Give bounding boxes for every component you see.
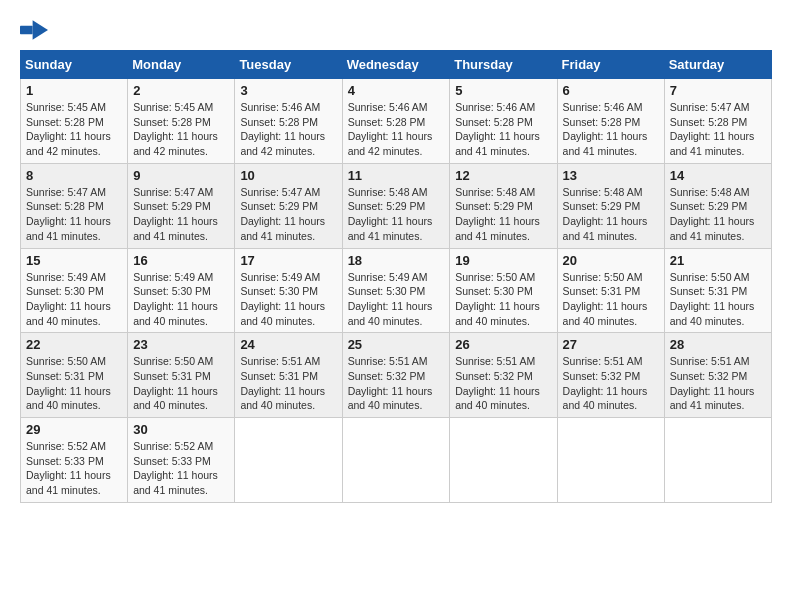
day-info: Sunrise: 5:46 AM Sunset: 5:28 PM Dayligh… [240, 100, 336, 159]
day-info: Sunrise: 5:51 AM Sunset: 5:32 PM Dayligh… [670, 354, 766, 413]
calendar-cell: 10Sunrise: 5:47 AM Sunset: 5:29 PM Dayli… [235, 163, 342, 248]
day-number: 4 [348, 83, 445, 98]
calendar-cell: 23Sunrise: 5:50 AM Sunset: 5:31 PM Dayli… [128, 333, 235, 418]
calendar-cell: 20Sunrise: 5:50 AM Sunset: 5:31 PM Dayli… [557, 248, 664, 333]
day-info: Sunrise: 5:51 AM Sunset: 5:32 PM Dayligh… [455, 354, 551, 413]
day-number: 15 [26, 253, 122, 268]
week-row-2: 8Sunrise: 5:47 AM Sunset: 5:28 PM Daylig… [21, 163, 772, 248]
calendar-cell: 11Sunrise: 5:48 AM Sunset: 5:29 PM Dayli… [342, 163, 450, 248]
day-info: Sunrise: 5:48 AM Sunset: 5:29 PM Dayligh… [455, 185, 551, 244]
calendar-cell: 12Sunrise: 5:48 AM Sunset: 5:29 PM Dayli… [450, 163, 557, 248]
day-number: 13 [563, 168, 659, 183]
day-info: Sunrise: 5:47 AM Sunset: 5:28 PM Dayligh… [26, 185, 122, 244]
calendar-cell: 30Sunrise: 5:52 AM Sunset: 5:33 PM Dayli… [128, 418, 235, 503]
day-number: 26 [455, 337, 551, 352]
calendar-cell: 7Sunrise: 5:47 AM Sunset: 5:28 PM Daylig… [664, 79, 771, 164]
day-info: Sunrise: 5:50 AM Sunset: 5:31 PM Dayligh… [26, 354, 122, 413]
calendar-table: SundayMondayTuesdayWednesdayThursdayFrid… [20, 50, 772, 503]
day-number: 19 [455, 253, 551, 268]
calendar-cell [235, 418, 342, 503]
day-info: Sunrise: 5:47 AM Sunset: 5:29 PM Dayligh… [240, 185, 336, 244]
day-info: Sunrise: 5:50 AM Sunset: 5:31 PM Dayligh… [133, 354, 229, 413]
svg-marker-1 [33, 20, 48, 40]
calendar-cell [664, 418, 771, 503]
day-number: 5 [455, 83, 551, 98]
calendar-cell: 15Sunrise: 5:49 AM Sunset: 5:30 PM Dayli… [21, 248, 128, 333]
day-number: 6 [563, 83, 659, 98]
header-thursday: Thursday [450, 51, 557, 79]
calendar-header: SundayMondayTuesdayWednesdayThursdayFrid… [21, 51, 772, 79]
day-info: Sunrise: 5:52 AM Sunset: 5:33 PM Dayligh… [26, 439, 122, 498]
week-row-5: 29Sunrise: 5:52 AM Sunset: 5:33 PM Dayli… [21, 418, 772, 503]
day-number: 2 [133, 83, 229, 98]
day-info: Sunrise: 5:46 AM Sunset: 5:28 PM Dayligh… [348, 100, 445, 159]
day-number: 12 [455, 168, 551, 183]
day-number: 14 [670, 168, 766, 183]
day-number: 27 [563, 337, 659, 352]
day-number: 1 [26, 83, 122, 98]
day-info: Sunrise: 5:50 AM Sunset: 5:31 PM Dayligh… [670, 270, 766, 329]
calendar-cell: 16Sunrise: 5:49 AM Sunset: 5:30 PM Dayli… [128, 248, 235, 333]
day-number: 22 [26, 337, 122, 352]
day-number: 10 [240, 168, 336, 183]
calendar-cell: 21Sunrise: 5:50 AM Sunset: 5:31 PM Dayli… [664, 248, 771, 333]
week-row-1: 1Sunrise: 5:45 AM Sunset: 5:28 PM Daylig… [21, 79, 772, 164]
header-row: SundayMondayTuesdayWednesdayThursdayFrid… [21, 51, 772, 79]
logo [20, 20, 52, 40]
day-number: 24 [240, 337, 336, 352]
header-friday: Friday [557, 51, 664, 79]
calendar-cell [342, 418, 450, 503]
day-info: Sunrise: 5:47 AM Sunset: 5:29 PM Dayligh… [133, 185, 229, 244]
svg-rect-0 [20, 26, 33, 34]
calendar-cell: 24Sunrise: 5:51 AM Sunset: 5:31 PM Dayli… [235, 333, 342, 418]
day-number: 7 [670, 83, 766, 98]
week-row-4: 22Sunrise: 5:50 AM Sunset: 5:31 PM Dayli… [21, 333, 772, 418]
calendar-cell: 22Sunrise: 5:50 AM Sunset: 5:31 PM Dayli… [21, 333, 128, 418]
day-info: Sunrise: 5:49 AM Sunset: 5:30 PM Dayligh… [26, 270, 122, 329]
calendar-cell: 2Sunrise: 5:45 AM Sunset: 5:28 PM Daylig… [128, 79, 235, 164]
day-number: 23 [133, 337, 229, 352]
day-info: Sunrise: 5:51 AM Sunset: 5:31 PM Dayligh… [240, 354, 336, 413]
day-number: 30 [133, 422, 229, 437]
day-info: Sunrise: 5:45 AM Sunset: 5:28 PM Dayligh… [26, 100, 122, 159]
calendar-cell: 25Sunrise: 5:51 AM Sunset: 5:32 PM Dayli… [342, 333, 450, 418]
day-number: 18 [348, 253, 445, 268]
day-number: 28 [670, 337, 766, 352]
calendar-cell: 18Sunrise: 5:49 AM Sunset: 5:30 PM Dayli… [342, 248, 450, 333]
day-info: Sunrise: 5:49 AM Sunset: 5:30 PM Dayligh… [133, 270, 229, 329]
day-number: 11 [348, 168, 445, 183]
calendar-cell: 17Sunrise: 5:49 AM Sunset: 5:30 PM Dayli… [235, 248, 342, 333]
logo-icon [20, 20, 48, 40]
day-info: Sunrise: 5:46 AM Sunset: 5:28 PM Dayligh… [563, 100, 659, 159]
calendar-cell: 4Sunrise: 5:46 AM Sunset: 5:28 PM Daylig… [342, 79, 450, 164]
page-header [20, 20, 772, 40]
header-wednesday: Wednesday [342, 51, 450, 79]
calendar-cell: 9Sunrise: 5:47 AM Sunset: 5:29 PM Daylig… [128, 163, 235, 248]
calendar-cell: 19Sunrise: 5:50 AM Sunset: 5:30 PM Dayli… [450, 248, 557, 333]
day-number: 9 [133, 168, 229, 183]
header-sunday: Sunday [21, 51, 128, 79]
header-saturday: Saturday [664, 51, 771, 79]
day-info: Sunrise: 5:48 AM Sunset: 5:29 PM Dayligh… [563, 185, 659, 244]
day-info: Sunrise: 5:49 AM Sunset: 5:30 PM Dayligh… [240, 270, 336, 329]
calendar-cell: 3Sunrise: 5:46 AM Sunset: 5:28 PM Daylig… [235, 79, 342, 164]
day-info: Sunrise: 5:49 AM Sunset: 5:30 PM Dayligh… [348, 270, 445, 329]
calendar-cell: 13Sunrise: 5:48 AM Sunset: 5:29 PM Dayli… [557, 163, 664, 248]
day-info: Sunrise: 5:51 AM Sunset: 5:32 PM Dayligh… [563, 354, 659, 413]
day-number: 25 [348, 337, 445, 352]
header-tuesday: Tuesday [235, 51, 342, 79]
calendar-cell: 8Sunrise: 5:47 AM Sunset: 5:28 PM Daylig… [21, 163, 128, 248]
calendar-body: 1Sunrise: 5:45 AM Sunset: 5:28 PM Daylig… [21, 79, 772, 503]
header-monday: Monday [128, 51, 235, 79]
day-number: 20 [563, 253, 659, 268]
day-number: 8 [26, 168, 122, 183]
day-info: Sunrise: 5:51 AM Sunset: 5:32 PM Dayligh… [348, 354, 445, 413]
day-info: Sunrise: 5:52 AM Sunset: 5:33 PM Dayligh… [133, 439, 229, 498]
day-number: 29 [26, 422, 122, 437]
calendar-cell: 28Sunrise: 5:51 AM Sunset: 5:32 PM Dayli… [664, 333, 771, 418]
calendar-cell [557, 418, 664, 503]
calendar-cell: 6Sunrise: 5:46 AM Sunset: 5:28 PM Daylig… [557, 79, 664, 164]
day-info: Sunrise: 5:50 AM Sunset: 5:30 PM Dayligh… [455, 270, 551, 329]
calendar-cell: 1Sunrise: 5:45 AM Sunset: 5:28 PM Daylig… [21, 79, 128, 164]
week-row-3: 15Sunrise: 5:49 AM Sunset: 5:30 PM Dayli… [21, 248, 772, 333]
